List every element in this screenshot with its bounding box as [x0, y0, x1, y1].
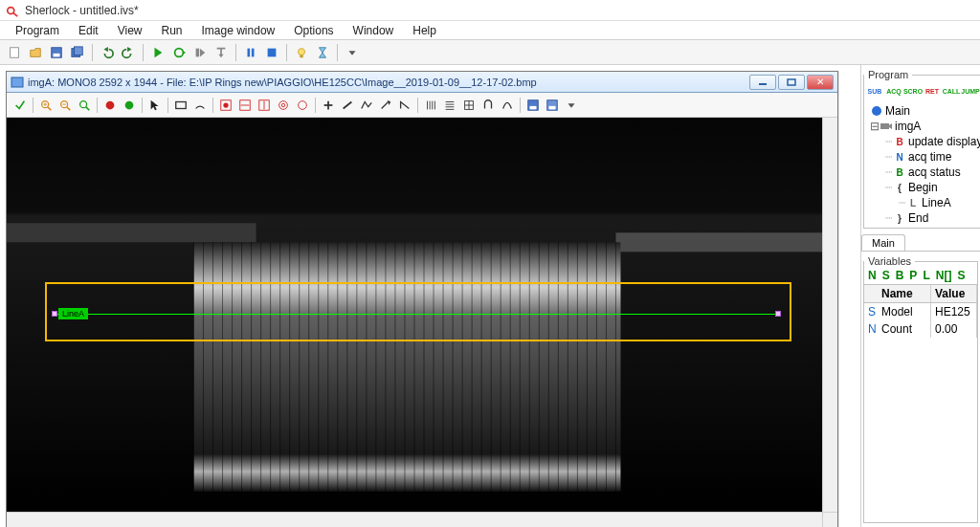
tree-item-begin[interactable]: ┈{Begin: [866, 180, 980, 195]
rect-icon[interactable]: [172, 97, 189, 114]
angle-icon[interactable]: [396, 97, 413, 114]
menu-options[interactable]: Options: [284, 22, 343, 39]
tree-root[interactable]: Main: [866, 103, 980, 119]
menu-help[interactable]: Help: [403, 22, 446, 39]
program-tool-ret[interactable]: RET: [924, 82, 941, 99]
roi-e-icon[interactable]: [294, 97, 311, 114]
var-type-N[interactable]: N: [868, 269, 877, 282]
col-name[interactable]: Name: [878, 285, 931, 302]
toolbar-separator: [417, 98, 418, 113]
curve-icon[interactable]: [499, 97, 516, 114]
tab-main[interactable]: Main: [861, 234, 905, 251]
toolbar-separator: [142, 98, 143, 113]
svg-marker-20: [349, 51, 356, 55]
roi-a-icon[interactable]: [217, 97, 234, 114]
maximize-button[interactable]: [778, 75, 805, 90]
step-icon[interactable]: [190, 43, 210, 62]
save-icon[interactable]: [47, 43, 66, 62]
save-disk-icon[interactable]: [524, 97, 542, 114]
undo-icon[interactable]: [98, 43, 117, 62]
hourglass-icon[interactable]: [313, 43, 332, 62]
roi-b-icon[interactable]: [236, 97, 254, 114]
bars1-icon[interactable]: [422, 97, 439, 114]
arrow-icon[interactable]: [377, 97, 394, 114]
pause-icon[interactable]: [241, 43, 260, 62]
new-icon[interactable]: [5, 43, 24, 62]
plus-icon[interactable]: [320, 97, 337, 114]
zoom-in-icon[interactable]: [37, 97, 55, 114]
tree-connector-icon: ┈: [883, 181, 893, 194]
roi-d-icon[interactable]: [275, 97, 292, 114]
open-icon[interactable]: [26, 43, 45, 62]
svg-rect-6: [75, 46, 83, 55]
menu-window[interactable]: Window: [344, 22, 404, 39]
image-vertical-scrollbar[interactable]: [822, 118, 837, 512]
roi-rectangle[interactable]: [45, 282, 791, 341]
menu-edit[interactable]: Edit: [69, 22, 108, 39]
program-tool-jump[interactable]: JUMP: [962, 82, 979, 99]
tree-toggle-icon[interactable]: ⊟: [870, 120, 880, 133]
record-green-icon[interactable]: [121, 97, 138, 114]
horseshoe-icon[interactable]: [479, 97, 497, 114]
loop-icon[interactable]: [169, 43, 189, 62]
bars2-icon[interactable]: [441, 97, 458, 114]
image-horizontal-scrollbar[interactable]: [7, 512, 822, 527]
record-red-icon[interactable]: [101, 97, 119, 114]
zoom-out-icon[interactable]: [56, 97, 74, 114]
play-icon[interactable]: [148, 43, 167, 62]
redo-icon[interactable]: [119, 43, 138, 62]
svg-point-34: [125, 100, 134, 109]
save-disk2-icon[interactable]: [544, 97, 561, 114]
menu-view[interactable]: View: [108, 22, 152, 39]
roi-c-icon[interactable]: [256, 97, 273, 114]
menu-program[interactable]: Program: [6, 22, 69, 39]
dropdown-icon[interactable]: [563, 97, 580, 114]
var-type-S[interactable]: S: [882, 269, 890, 282]
roi-handle-left[interactable]: [52, 311, 57, 317]
downtri-icon[interactable]: [343, 43, 362, 62]
var-type-L[interactable]: L: [923, 269, 929, 282]
bars3-icon[interactable]: [460, 97, 478, 114]
roi-handle-right[interactable]: [775, 311, 781, 317]
svg-marker-35: [151, 99, 159, 110]
zoom-fit-icon[interactable]: [76, 97, 93, 114]
menu-image-window[interactable]: Image window: [192, 22, 285, 39]
variable-row[interactable]: NCount0.00: [864, 320, 977, 338]
program-tree[interactable]: Main ⊟ imgA ┈Bupdate display┈Nacq time┈B…: [864, 101, 980, 228]
variables-header: Name Value: [864, 285, 977, 303]
roi-arc-icon[interactable]: [191, 97, 209, 114]
close-button[interactable]: ✕: [807, 75, 834, 90]
polyline-icon[interactable]: [358, 97, 375, 114]
tree-item-end[interactable]: ┈}End: [866, 210, 980, 226]
tree-item-acq-time[interactable]: ┈Nacq time: [866, 149, 980, 165]
col-value[interactable]: Value: [931, 285, 977, 302]
image-window-titlebar[interactable]: imgA: MONO8 2592 x 1944 - File: E:\IP Ri…: [7, 72, 837, 93]
roi-label[interactable]: LineA: [58, 308, 88, 319]
stop-icon[interactable]: [262, 43, 281, 62]
pointer-icon[interactable]: [146, 97, 164, 114]
program-tool-sub[interactable]: SUB: [866, 82, 883, 99]
tree-item-update-display[interactable]: ┈Bupdate display: [866, 134, 980, 149]
var-type-S[interactable]: S: [957, 269, 965, 282]
minimize-button[interactable]: [749, 75, 776, 90]
variable-row[interactable]: SModelHE125: [864, 303, 977, 320]
tree-item-linea[interactable]: ┈LLineA: [866, 195, 980, 210]
lightbulb-icon[interactable]: [292, 43, 311, 62]
roi-line[interactable]: [55, 314, 778, 315]
menu-run[interactable]: Run: [152, 22, 192, 39]
save-all-icon[interactable]: [68, 43, 87, 62]
svg-marker-14: [218, 54, 223, 57]
program-tool-scro[interactable]: SCRO: [904, 82, 922, 99]
image-canvas[interactable]: LineA: [7, 118, 822, 512]
check-icon[interactable]: [11, 97, 29, 114]
tree-item-acq-status[interactable]: ┈Bacq status: [866, 165, 980, 180]
var-type-N[interactable]: N[]: [936, 269, 952, 282]
program-tool-call[interactable]: CALL: [943, 82, 960, 99]
var-type-B[interactable]: B: [896, 269, 904, 282]
var-type-P[interactable]: P: [909, 269, 917, 282]
step-into-icon[interactable]: [212, 43, 231, 62]
program-tool-acq[interactable]: ACQ: [885, 82, 902, 99]
svg-rect-70: [193, 242, 620, 492]
tree-imgA[interactable]: ⊟ imgA: [866, 119, 980, 134]
line-icon[interactable]: [339, 97, 356, 114]
